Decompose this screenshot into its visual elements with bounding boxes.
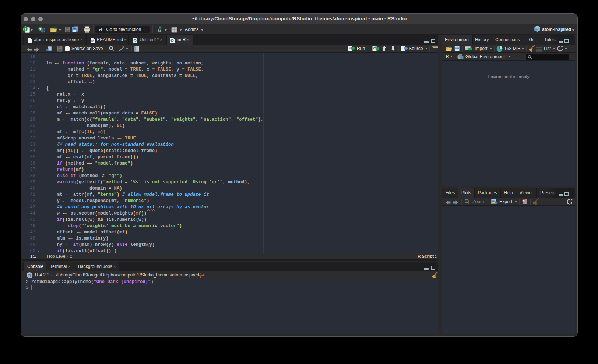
svg-text:R: R	[134, 39, 136, 42]
svg-text:MD: MD	[91, 40, 94, 42]
svg-text:R: R	[28, 273, 32, 278]
svg-text:G: G	[158, 28, 162, 33]
svg-text:R: R	[536, 27, 539, 31]
svg-text:R: R	[171, 39, 173, 42]
